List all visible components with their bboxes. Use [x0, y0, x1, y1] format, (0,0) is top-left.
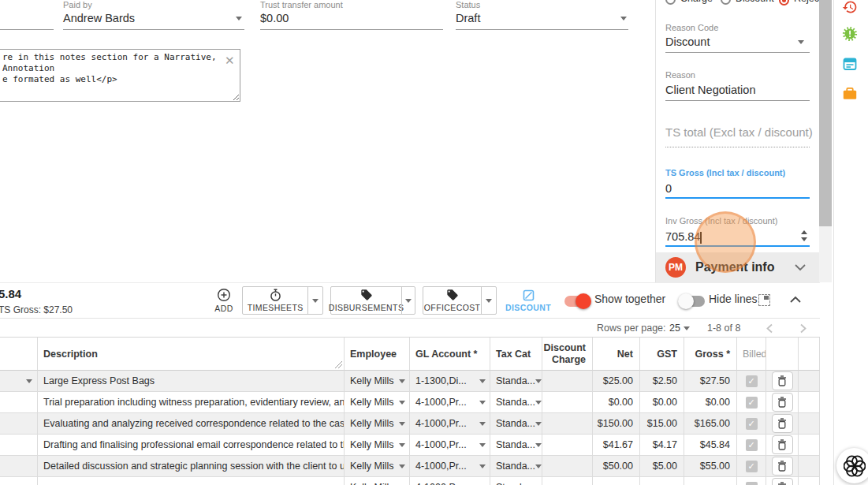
discount-charge-cell[interactable]: [542, 392, 593, 413]
description-cell[interactable]: Drafting and finalising professional ema…: [38, 435, 345, 456]
employee-select[interactable]: Kelly Mills: [345, 371, 410, 392]
employee-select[interactable]: Kelly Mills: [345, 477, 410, 485]
alert-badge-icon[interactable]: [842, 26, 858, 42]
gl-account-select[interactable]: 4-1000,Pr...: [410, 456, 490, 477]
discount-charge-cell[interactable]: [542, 435, 593, 456]
type-cell[interactable]: [0, 392, 38, 413]
employee-select[interactable]: Kelly Mills: [345, 392, 410, 413]
gst-cell[interactable]: $15.00: [640, 413, 684, 435]
close-icon[interactable]: ✕: [225, 54, 235, 68]
calendar-icon[interactable]: [842, 56, 858, 72]
delete-row-button[interactable]: [772, 414, 793, 433]
discount-charge-cell[interactable]: [542, 477, 593, 485]
chevron-down-icon[interactable]: [236, 17, 242, 21]
gl-account-select[interactable]: 4-1000,Pr...: [410, 435, 490, 456]
billed-checkbox[interactable]: ✓: [746, 397, 758, 409]
delete-row-button[interactable]: [772, 371, 793, 390]
floating-ring-button[interactable]: [836, 448, 868, 483]
discount-charge-cell[interactable]: [542, 371, 593, 392]
spinner-up-icon[interactable]: [801, 230, 807, 234]
description-cell[interactable]: Large Express Post Bags: [38, 371, 345, 392]
tax-cat-select[interactable]: Standa...: [490, 371, 542, 392]
description-cell[interactable]: Trial preparation including witness prep…: [38, 392, 345, 413]
gross-cell[interactable]: [684, 477, 737, 485]
chevron-down-icon[interactable]: [795, 264, 806, 271]
gross-cell[interactable]: $165.00: [684, 413, 737, 435]
type-cell[interactable]: [0, 413, 38, 435]
gl-account-select[interactable]: 4-1000,Pr...: [410, 477, 490, 485]
tax-cat-select[interactable]: Standa...: [490, 392, 542, 413]
gst-cell[interactable]: $0.00: [640, 392, 684, 413]
status-select[interactable]: Draft: [456, 12, 480, 24]
billed-checkbox[interactable]: ✓: [746, 375, 758, 387]
delete-row-button[interactable]: [772, 393, 793, 412]
gross-cell[interactable]: $55.00: [684, 456, 737, 477]
net-cell[interactable]: $41.67: [593, 435, 640, 456]
chevron-down-icon[interactable]: [620, 17, 627, 21]
description-cell[interactable]: Detailed discussion and strategic planni…: [38, 456, 345, 477]
discount-button[interactable]: DISCOUNT: [502, 286, 554, 315]
reason-code-select[interactable]: Discount: [665, 35, 710, 48]
employee-select[interactable]: Kelly Mills: [345, 456, 410, 477]
discount-charge-cell[interactable]: [542, 413, 593, 435]
timesheets-button[interactable]: TIMESHEETS: [243, 287, 307, 314]
gl-account-select[interactable]: 1-1300,Di...: [410, 371, 490, 392]
net-cell[interactable]: $25.00: [593, 371, 640, 392]
tax-cat-select[interactable]: Standa...: [490, 413, 542, 435]
billed-checkbox[interactable]: ✓: [746, 439, 758, 451]
select-region-icon[interactable]: [758, 294, 770, 306]
history-icon[interactable]: [842, 0, 858, 15]
prev-page-icon[interactable]: [766, 323, 773, 334]
discount-charge-cell[interactable]: [542, 456, 593, 477]
type-cell[interactable]: [0, 456, 38, 477]
type-cell[interactable]: [0, 477, 38, 485]
gst-cell[interactable]: $5.00: [640, 456, 684, 477]
show-together-toggle[interactable]: [564, 296, 590, 307]
gl-account-select[interactable]: 4-1000,Pr...: [410, 392, 490, 413]
gross-cell[interactable]: $27.50: [684, 371, 737, 392]
delete-row-button[interactable]: [772, 478, 793, 485]
gst-cell[interactable]: [640, 477, 684, 485]
radio-discount[interactable]: [721, 0, 731, 5]
gross-cell[interactable]: $0.00: [684, 392, 737, 413]
billed-checkbox[interactable]: ✓: [746, 418, 758, 430]
employee-select[interactable]: Kelly Mills: [345, 413, 410, 435]
radio-reject[interactable]: [779, 0, 789, 6]
net-cell[interactable]: [593, 477, 640, 485]
timesheets-dropdown-button[interactable]: [307, 287, 322, 314]
add-button[interactable]: ADD: [207, 286, 240, 315]
employee-select[interactable]: Kelly Mills: [345, 435, 410, 456]
officecost-dropdown-button[interactable]: [481, 287, 496, 314]
billed-checkbox[interactable]: ✓: [746, 461, 758, 472]
radio-charge[interactable]: [665, 0, 676, 5]
disbursements-button[interactable]: DISBURSEMENTS: [331, 287, 401, 314]
tax-cat-select[interactable]: Standa...: [490, 477, 542, 485]
paid-by-select[interactable]: Andrew Bards: [63, 12, 135, 24]
description-cell[interactable]: [38, 477, 345, 485]
resize-handle-icon[interactable]: [335, 361, 342, 368]
officecost-button[interactable]: OFFICECOST: [423, 287, 481, 314]
briefcase-icon[interactable]: [842, 86, 858, 102]
collapse-chevron-up-icon[interactable]: [789, 296, 802, 304]
scrollbar-thumb[interactable]: [819, 0, 832, 226]
tax-cat-select[interactable]: Standa...: [490, 456, 542, 477]
net-cell[interactable]: $50.00: [593, 456, 640, 477]
gross-cell[interactable]: $45.84: [684, 435, 737, 456]
delete-row-button[interactable]: [772, 457, 793, 476]
tax-cat-select[interactable]: Standa...: [490, 435, 542, 456]
ts-total-placeholder[interactable]: TS total (Excl tax / discount): [665, 125, 813, 139]
description-cell[interactable]: Evaluating and analyzing received corres…: [38, 413, 345, 435]
type-cell[interactable]: [0, 435, 38, 456]
gl-account-select[interactable]: 4-1000,Pr...: [410, 413, 490, 435]
chevron-down-icon[interactable]: [684, 326, 690, 330]
billed-checkbox[interactable]: ✓: [746, 482, 758, 485]
spinner-down-icon[interactable]: [801, 237, 807, 241]
next-page-icon[interactable]: [799, 323, 807, 334]
hide-lines-toggle[interactable]: [680, 296, 705, 307]
delete-row-button[interactable]: [772, 435, 793, 454]
gst-cell[interactable]: $4.17: [640, 435, 684, 456]
reason-input[interactable]: Client Negotiation: [665, 84, 755, 96]
rows-per-page-select[interactable]: 25: [669, 323, 680, 334]
net-cell[interactable]: $150.00: [593, 413, 640, 435]
chevron-down-icon[interactable]: [798, 40, 804, 44]
